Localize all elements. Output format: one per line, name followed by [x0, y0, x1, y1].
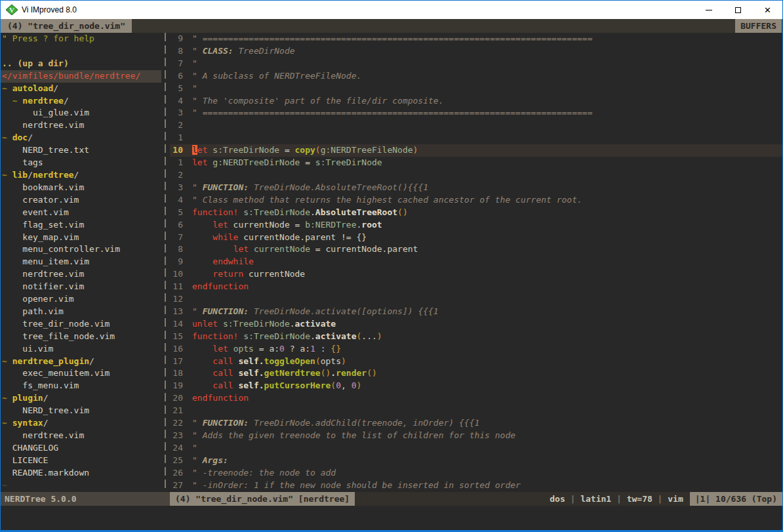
tree-item[interactable]: creator.vim — [1, 194, 161, 207]
code-line[interactable]: 2 — [170, 169, 782, 182]
code-line[interactable]: 9" =====================================… — [170, 33, 782, 45]
file-info-status: dos | latin1 | tw=78 | vim — [355, 492, 690, 506]
tree-item[interactable]: ~ plugin/ — [1, 392, 161, 405]
line-number: 9 — [170, 256, 183, 268]
tree-item[interactable]: path.vim — [1, 306, 161, 318]
code-line[interactable]: 24" — [170, 442, 782, 455]
close-button[interactable]: ✕ — [753, 1, 782, 19]
window-separator[interactable] — [161, 33, 170, 492]
line-number: 1 — [170, 132, 183, 144]
tree-item[interactable]: nerdtree.vim — [1, 430, 161, 442]
code-line[interactable]: 26" -treenode: the node to add — [170, 467, 782, 480]
nerdtree-status: NERDTree 5.0.0 — [1, 492, 170, 506]
tree-item[interactable]: tags — [1, 157, 161, 169]
tree-item[interactable]: bookmark.vim — [1, 182, 161, 194]
code-line-current[interactable]: 10let s:TreeDirNode = copy(g:NERDTreeFil… — [170, 144, 782, 157]
tree-item[interactable]: ~ — [1, 480, 161, 492]
tree-item[interactable]: ~ nerdtree/ — [1, 95, 161, 108]
code-line[interactable]: 1let g:NERDTreeDirNode = s:TreeDirNode — [170, 157, 782, 169]
tree-item[interactable]: README.markdown — [1, 467, 161, 480]
code-line[interactable]: 4" The 'composite' part of the file/dir … — [170, 95, 782, 108]
line-number: 22 — [170, 417, 183, 430]
tree-item[interactable]: ~ lib/nerdtree/ — [1, 169, 161, 182]
tree-item[interactable]: nerdtree.vim — [1, 119, 161, 132]
code-line[interactable]: 7" — [170, 58, 782, 70]
status-separator: | — [611, 494, 626, 504]
tree-item[interactable]: key_map.vim — [1, 232, 161, 244]
tree-item[interactable]: menu_item.vim — [1, 256, 161, 268]
status-line: NERDTree 5.0.0 (4) "tree_dir_node.vim" [… — [1, 492, 782, 506]
tree-item[interactable]: " Press ? for help — [1, 33, 161, 45]
code-line[interactable]: 2 — [170, 119, 782, 132]
code-line[interactable]: 23" Adds the given treenode to the list … — [170, 430, 782, 442]
code-line[interactable]: 6" A subclass of NERDTreeFileNode. — [170, 70, 782, 83]
tree-item[interactable]: nerdtree.vim — [1, 268, 161, 281]
code-line[interactable]: 14unlet s:TreeDirNode.activate — [170, 318, 782, 331]
tree-item[interactable]: opener.vim — [1, 293, 161, 306]
code-line[interactable]: 3" FUNCTION: TreeDirNode.AbsoluteTreeRoo… — [170, 182, 782, 194]
tree-item[interactable]: flag_set.vim — [1, 219, 161, 232]
tree-item[interactable] — [1, 45, 161, 58]
code-line[interactable]: 10 return currentNode — [170, 268, 782, 281]
window-title: Vi IMproved 8.0 — [22, 5, 694, 14]
status-separator: | — [652, 494, 668, 504]
code-line[interactable]: 8" CLASS: TreeDirNode — [170, 45, 782, 58]
status-info-item: latin1 — [580, 494, 611, 504]
code-line[interactable]: 21 — [170, 405, 782, 417]
code-line[interactable]: 17 call self.toggleOpen(opts) — [170, 356, 782, 368]
tree-item[interactable]: tree_file_node.vim — [1, 331, 161, 343]
command-line[interactable] — [1, 506, 782, 530]
line-number: 26 — [170, 467, 183, 480]
code-line[interactable]: 7 while currentNode.parent != {} — [170, 232, 782, 244]
code-line[interactable]: 1 — [170, 132, 782, 144]
tree-item[interactable]: ui_glue.vim — [1, 107, 161, 119]
tree-item[interactable]: LICENCE — [1, 455, 161, 467]
tree-item[interactable]: .. (up a dir) — [1, 58, 161, 70]
code-line[interactable]: 8 let currentNode = currentNode.parent — [170, 243, 782, 256]
line-number: 9 — [170, 33, 183, 45]
code-line[interactable]: 12 — [170, 293, 782, 306]
maximize-button[interactable] — [723, 1, 753, 19]
code-line[interactable]: 22" FUNCTION: TreeDirNode.addChild(treen… — [170, 417, 782, 430]
tree-root-item[interactable]: </vimfiles/bundle/nerdtree/ — [1, 70, 161, 83]
tree-item[interactable]: ui.vim — [1, 343, 161, 356]
code-line[interactable]: 6 let currentNode = b:NERDTree.root — [170, 219, 782, 232]
tree-item[interactable]: CHANGELOG — [1, 442, 161, 455]
code-line[interactable]: 13" FUNCTION: TreeDirNode.activate([opti… — [170, 306, 782, 318]
tree-item[interactable]: fs_menu.vim — [1, 380, 161, 392]
code-line[interactable]: 15function! s:TreeDirNode.activate(...) — [170, 331, 782, 343]
tab-tree-dir-node[interactable]: (4) "tree_dir_node.vim" — [1, 19, 132, 33]
code-line[interactable]: 25" Args: — [170, 455, 782, 467]
tree-item[interactable]: ~ nerdtree_plugin/ — [1, 356, 161, 368]
code-line[interactable]: 5" — [170, 83, 782, 95]
tree-item[interactable]: NERD_tree.vim — [1, 405, 161, 417]
code-line[interactable]: 4" Class method that returns the highest… — [170, 194, 782, 207]
code-line[interactable]: 20endfunction — [170, 392, 782, 405]
line-number: 11 — [170, 281, 183, 293]
tree-item[interactable]: ~ syntax/ — [1, 417, 161, 430]
tabline: (4) "tree_dir_node.vim" BUFFERS — [1, 19, 782, 33]
maximize-icon — [735, 7, 741, 13]
tree-item[interactable]: ~ doc/ — [1, 132, 161, 144]
code-line[interactable]: 16 let opts = a:0 ? a:1 : {} — [170, 343, 782, 356]
tree-item[interactable]: menu_controller.vim — [1, 243, 161, 256]
code-line[interactable]: 11endfunction — [170, 281, 782, 293]
line-number: 15 — [170, 331, 183, 343]
tree-item[interactable]: exec_menuitem.vim — [1, 367, 161, 380]
minimize-button[interactable] — [694, 1, 723, 19]
tree-item[interactable]: ~ autoload/ — [1, 83, 161, 95]
code-line[interactable]: 27" -inOrder: 1 if the new node should b… — [170, 480, 782, 492]
tree-item[interactable]: event.vim — [1, 207, 161, 219]
line-number: 6 — [170, 219, 183, 232]
code-line[interactable]: 9 endwhile — [170, 256, 782, 268]
line-number: 4 — [170, 95, 183, 108]
code-line[interactable]: 5function! s:TreeDirNode.AbsoluteTreeRoo… — [170, 207, 782, 219]
code-line[interactable]: 3" =====================================… — [170, 107, 782, 119]
tree-item[interactable]: notifier.vim — [1, 281, 161, 293]
tree-item[interactable]: tree_dir_node.vim — [1, 318, 161, 331]
line-number: 19 — [170, 380, 183, 392]
line-number: 2 — [170, 169, 183, 182]
tree-item[interactable]: NERD_tree.txt — [1, 144, 161, 157]
code-line[interactable]: 19 call self.putCursorHere(0, 0) — [170, 380, 782, 392]
code-line[interactable]: 18 call self.getNerdtree().render() — [170, 367, 782, 380]
